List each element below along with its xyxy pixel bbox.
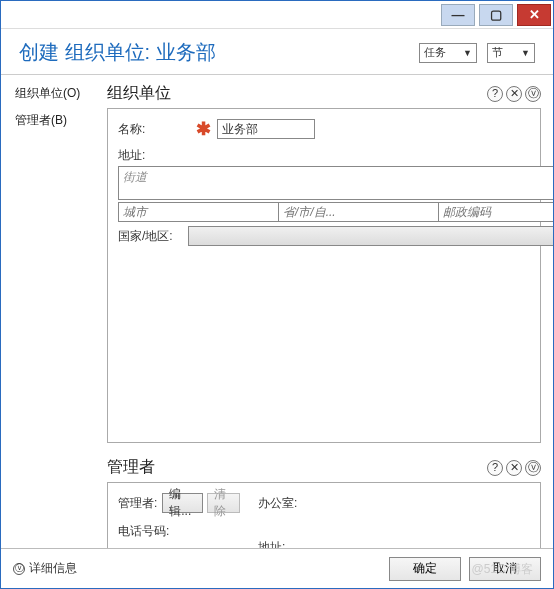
cancel-button[interactable]: 取消 (469, 557, 541, 581)
section-collapse-button[interactable]: ⓥ (525, 460, 541, 476)
chevron-down-icon: ▼ (463, 48, 472, 58)
section-close-button[interactable]: ✕ (506, 460, 522, 476)
country-label: 国家/地区: (118, 228, 188, 245)
clear-manager-button[interactable]: 清除 (207, 493, 240, 513)
chevron-down-icon: ▼ (521, 48, 530, 58)
office-label: 办公室: (258, 495, 328, 512)
zip-input[interactable] (438, 202, 553, 222)
name-input[interactable] (217, 119, 315, 139)
ok-button[interactable]: 确定 (389, 557, 461, 581)
titlebar: — ▢ ✕ (1, 1, 553, 29)
minimize-button[interactable]: — (441, 4, 475, 26)
sidebar: 组织单位(O) 管理者(B) (1, 75, 103, 548)
maximize-button[interactable]: ▢ (479, 4, 513, 26)
main-panel: 组织单位 ? ✕ ⓥ 名称: ✱ (103, 75, 553, 548)
section-manager-title: 管理者 (107, 457, 155, 478)
country-select[interactable]: ▼ (188, 226, 553, 246)
dialog-window: — ▢ ✕ 创建 组织单位: 业务部 任务 ▼ 节 ▼ 组织单位(O) 管理者(… (0, 0, 554, 589)
help-button[interactable]: ? (487, 460, 503, 476)
street-input[interactable]: 街道 (118, 166, 553, 200)
phone-label: 电话号码: (118, 523, 188, 540)
section-close-button[interactable]: ✕ (506, 86, 522, 102)
required-icon: ✱ (196, 120, 211, 138)
sections-label: 节 (492, 45, 503, 60)
name-label: 名称: (118, 121, 166, 138)
tasks-dropdown[interactable]: 任务 ▼ (419, 43, 477, 63)
sidebar-item-ou[interactable]: 组织单位(O) (15, 85, 103, 102)
footer: ⓥ 详细信息 确定 取消 (1, 548, 553, 588)
edit-manager-button[interactable]: 编辑... (162, 493, 203, 513)
details-label: 详细信息 (29, 560, 77, 577)
section-ou: 组织单位 ? ✕ ⓥ 名称: ✱ (107, 81, 541, 443)
mgr-address-label: 地址: (258, 539, 553, 548)
close-window-button[interactable]: ✕ (517, 4, 551, 26)
tasks-label: 任务 (424, 45, 446, 60)
address-label: 地址: (118, 147, 553, 164)
section-manager: 管理者 ? ✕ ⓥ 管理者: 编辑... 清除 (107, 455, 541, 548)
manager-label: 管理者: (118, 495, 162, 512)
help-button[interactable]: ? (487, 86, 503, 102)
section-ou-title: 组织单位 (107, 83, 171, 104)
page-title: 创建 组织单位: 业务部 (19, 39, 216, 66)
state-input[interactable] (278, 202, 439, 222)
sections-dropdown[interactable]: 节 ▼ (487, 43, 535, 63)
city-input[interactable] (118, 202, 279, 222)
header: 创建 组织单位: 业务部 任务 ▼ 节 ▼ (1, 29, 553, 75)
details-expander[interactable]: ⓥ 详细信息 (13, 560, 77, 577)
sidebar-item-manager[interactable]: 管理者(B) (15, 112, 103, 129)
section-collapse-button[interactable]: ⓥ (525, 86, 541, 102)
expand-icon: ⓥ (13, 563, 25, 575)
